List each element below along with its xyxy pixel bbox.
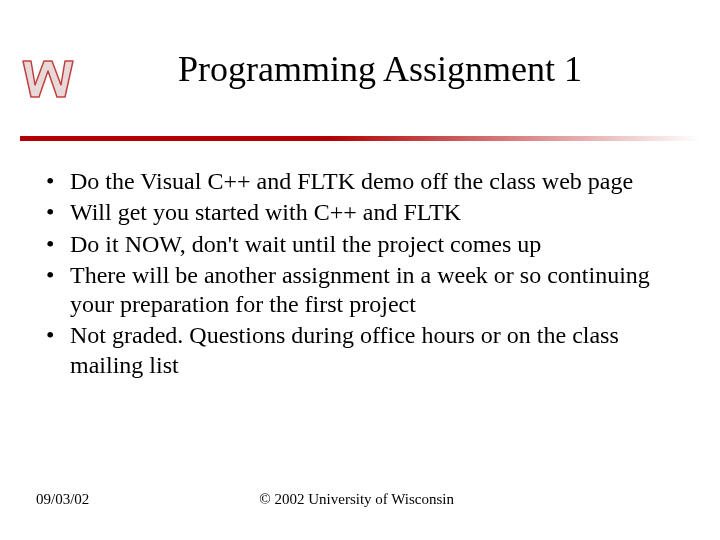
list-item: Will get you started with C++ and FLTK (40, 198, 680, 227)
content-area: Do the Visual C++ and FLTK demo off the … (0, 145, 720, 380)
list-item: Do the Visual C++ and FLTK demo off the … (40, 167, 680, 196)
list-item: Not graded. Questions during office hour… (40, 321, 680, 380)
footer: 09/03/02 © 2002 University of Wisconsin (36, 491, 684, 508)
page-title: Programming Assignment 1 (0, 48, 720, 90)
title-divider (20, 136, 700, 141)
bullet-list: Do the Visual C++ and FLTK demo off the … (40, 167, 680, 380)
wisconsin-w-logo-icon (20, 55, 76, 105)
list-item: There will be another assignment in a we… (40, 261, 680, 320)
header: Programming Assignment 1 (0, 0, 720, 145)
footer-copyright: © 2002 University of Wisconsin (29, 491, 684, 508)
list-item: Do it NOW, don't wait until the project … (40, 230, 680, 259)
